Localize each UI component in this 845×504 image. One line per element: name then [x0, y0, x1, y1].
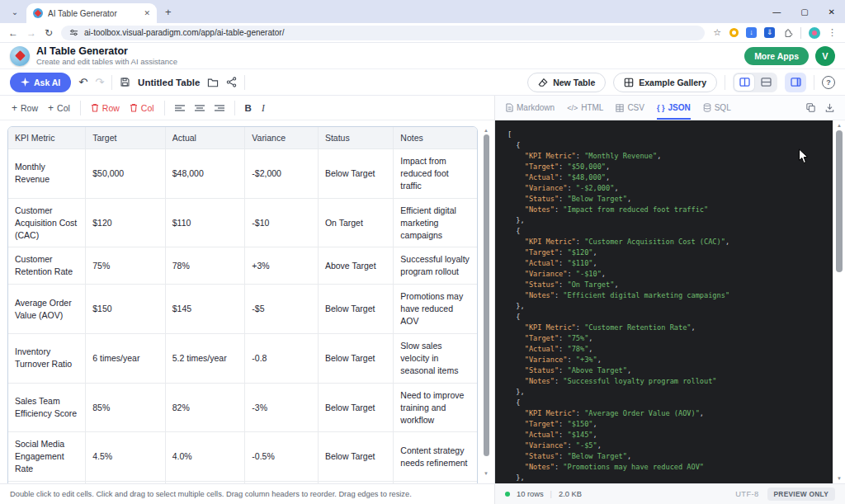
- add-row-button[interactable]: +Row: [12, 102, 38, 114]
- extension-ring-icon[interactable]: [729, 28, 739, 37]
- table-cell[interactable]: Below Target: [318, 285, 393, 334]
- table-cell[interactable]: Average Order Value (AOV): [8, 285, 86, 334]
- scroll-down-icon[interactable]: ▼: [837, 475, 842, 482]
- tab-csv[interactable]: CSV: [616, 96, 644, 120]
- new-tab-button[interactable]: +: [165, 6, 172, 18]
- bold-button[interactable]: B: [245, 103, 252, 113]
- browser-menu-icon[interactable]: ⋮: [828, 27, 837, 38]
- tab-json[interactable]: { } JSON: [657, 96, 691, 120]
- browser-profile-avatar[interactable]: [809, 27, 820, 39]
- scrollbar-thumb[interactable]: [836, 130, 843, 272]
- scrollbar-thumb[interactable]: [484, 134, 489, 456]
- column-header[interactable]: Status: [318, 127, 393, 149]
- column-header[interactable]: Variance: [245, 127, 319, 149]
- align-right-button[interactable]: [215, 104, 224, 112]
- tab-sql[interactable]: SQL: [703, 96, 731, 120]
- delete-column-button[interactable]: Col: [130, 103, 154, 113]
- table-cell[interactable]: 4.0%: [165, 432, 245, 482]
- split-horizontal-button[interactable]: [756, 74, 776, 91]
- table-cell[interactable]: -2%: [245, 482, 319, 483]
- example-gallery-button[interactable]: Example Gallery: [613, 73, 717, 92]
- more-apps-button[interactable]: More Apps: [744, 47, 809, 65]
- table-cell[interactable]: Promotions may have reduced AOV: [394, 285, 477, 334]
- window-maximize-icon[interactable]: ▢: [800, 7, 808, 16]
- table-cell[interactable]: 5.2 times/year: [165, 333, 245, 383]
- table-cell[interactable]: Efficient digital marketing campaigns: [394, 198, 477, 247]
- table-cell[interactable]: Customer Retention Rate: [8, 247, 86, 285]
- table-cell[interactable]: Operational Efficiency Score: [8, 482, 86, 483]
- window-minimize-icon[interactable]: —: [772, 7, 781, 16]
- open-button[interactable]: [207, 78, 219, 87]
- document-name[interactable]: Untitled Table: [138, 78, 200, 87]
- extensions-puzzle-icon[interactable]: [782, 27, 793, 38]
- table-cell[interactable]: 82%: [165, 383, 245, 432]
- table-cell[interactable]: Below Target: [318, 149, 393, 199]
- table-cell[interactable]: -0.8: [245, 333, 319, 383]
- column-header[interactable]: Notes: [394, 127, 477, 149]
- table-cell[interactable]: Impact from reduced foot traffic: [394, 149, 477, 199]
- delete-row-button[interactable]: Row: [91, 103, 120, 113]
- align-left-button[interactable]: [175, 104, 185, 112]
- table-cell[interactable]: $145: [165, 285, 245, 334]
- copy-icon[interactable]: [806, 103, 815, 112]
- table-cell[interactable]: 85%: [86, 383, 166, 432]
- table-cell[interactable]: +3%: [245, 247, 319, 285]
- table-cell[interactable]: 75%: [86, 247, 166, 285]
- table-cell[interactable]: Customer Acquisition Cost (CAC): [8, 198, 86, 247]
- table-cell[interactable]: On Target: [318, 198, 393, 247]
- table-cell[interactable]: Slow sales velocity in seasonal items: [394, 333, 477, 383]
- table-cell[interactable]: 88%: [165, 482, 245, 483]
- undo-icon[interactable]: ↶: [78, 77, 87, 87]
- table-cell[interactable]: 6 times/year: [86, 333, 166, 383]
- table-cell[interactable]: $50,000: [86, 149, 166, 199]
- table-cell[interactable]: Sales Team Efficiency Score: [8, 383, 86, 432]
- forward-icon[interactable]: →: [26, 28, 36, 38]
- json-code-editor[interactable]: [ { "KPI Metric": "Monthly Revenue", "Ta…: [495, 120, 833, 483]
- column-header[interactable]: Actual: [165, 127, 245, 149]
- table-cell[interactable]: Content strategy needs refinement: [394, 432, 477, 482]
- table-cell[interactable]: 90%: [86, 482, 166, 483]
- table-cell[interactable]: -0.5%: [245, 432, 319, 482]
- table-cell[interactable]: Above Target: [318, 247, 393, 285]
- table-cell[interactable]: Successful loyalty program rollout: [394, 247, 477, 285]
- bookmark-star-icon[interactable]: ☆: [713, 27, 721, 38]
- table-cell[interactable]: Monthly Revenue: [8, 149, 86, 199]
- table-cell[interactable]: $48,000: [165, 149, 245, 199]
- ask-ai-button[interactable]: Ask AI: [10, 73, 71, 92]
- table-cell[interactable]: $120: [86, 198, 166, 247]
- italic-button[interactable]: I: [262, 103, 265, 113]
- table-cell[interactable]: $150: [86, 285, 166, 334]
- browser-tab[interactable]: AI Table Generator ✕: [26, 3, 157, 23]
- scroll-up-icon[interactable]: ▲: [484, 127, 489, 134]
- help-button[interactable]: ?: [822, 76, 835, 89]
- table-cell[interactable]: $110: [165, 198, 245, 247]
- table-cell[interactable]: Below Target: [318, 432, 393, 482]
- share-button[interactable]: [226, 77, 237, 87]
- address-bar[interactable]: ai-toolbox.visual-paradigm.com/app/ai-ta…: [61, 26, 705, 40]
- extension-save-icon[interactable]: ⇓: [764, 27, 775, 38]
- table-cell[interactable]: Need to improve training and workflow: [394, 383, 477, 432]
- add-column-button[interactable]: +Col: [48, 102, 70, 114]
- new-table-button[interactable]: New Table: [527, 73, 606, 92]
- scroll-up-icon[interactable]: ▲: [837, 122, 842, 129]
- scroll-down-icon[interactable]: ▼: [484, 470, 489, 477]
- column-header[interactable]: KPI Metric: [8, 127, 86, 149]
- table-cell[interactable]: -$5: [245, 285, 319, 334]
- align-center-button[interactable]: [195, 104, 205, 112]
- extension-download-icon[interactable]: ↓: [746, 27, 757, 38]
- table-scrollbar[interactable]: ▲ ▼: [481, 127, 491, 477]
- column-header[interactable]: Target: [86, 127, 166, 149]
- table-cell[interactable]: Below Target: [318, 482, 393, 483]
- table-cell[interactable]: -$2,000: [245, 149, 319, 199]
- table-cell[interactable]: Social Media Engagement Rate: [8, 432, 86, 482]
- tab-markdown[interactable]: Markdown: [506, 96, 555, 120]
- toggle-preview-panel-button[interactable]: [785, 73, 806, 92]
- tab-search-chevron-icon[interactable]: ⌄: [8, 7, 21, 16]
- tab-close-icon[interactable]: ✕: [144, 9, 150, 17]
- window-close-icon[interactable]: ✕: [828, 7, 835, 16]
- code-scrollbar[interactable]: ▲ ▼: [833, 120, 845, 483]
- table-cell[interactable]: 4.5%: [86, 432, 166, 482]
- user-avatar[interactable]: V: [815, 46, 835, 66]
- back-icon[interactable]: ←: [8, 28, 18, 38]
- table-cell[interactable]: Below Target: [318, 333, 393, 383]
